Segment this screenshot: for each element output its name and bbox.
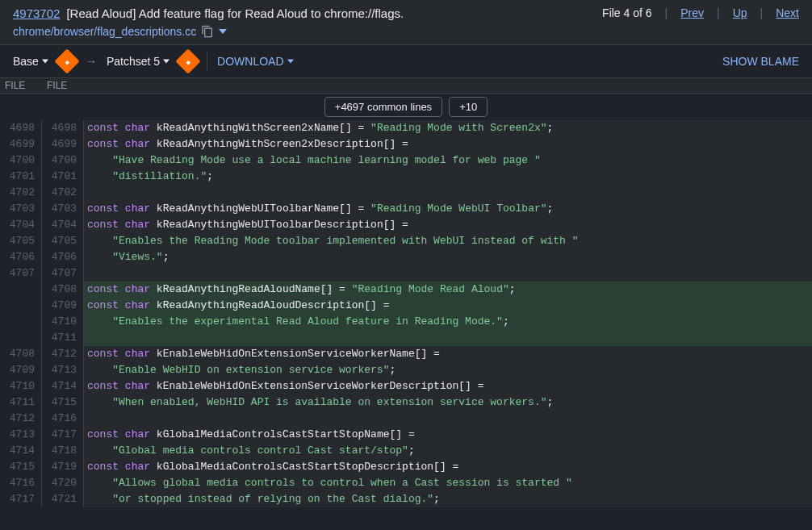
line-number-left bbox=[0, 282, 42, 298]
header-left: 4973702 [Read Aloud] Add feature flag fo… bbox=[13, 6, 602, 38]
code-line[interactable]: 46984698const char kReadAnythingWithScre… bbox=[0, 120, 812, 136]
code-line[interactable]: 47144718 "Global media controls control … bbox=[0, 443, 812, 459]
code-content: const char kReadAnythingReadAloudDescrip… bbox=[84, 298, 812, 314]
code-line[interactable]: 47064706 "Views."; bbox=[0, 249, 812, 265]
diff-toolbar: Base ⬥ → Patchset 5 ⬥ DOWNLOAD SHOW BLAM… bbox=[0, 45, 812, 78]
line-number-left: 4705 bbox=[0, 233, 42, 249]
line-number-left: 4706 bbox=[0, 249, 42, 265]
line-number-left: 4716 bbox=[0, 475, 42, 491]
file-path: chrome/browser/flag_descriptions.cc bbox=[13, 25, 196, 38]
file-column-headers: FILE FILE bbox=[0, 78, 812, 94]
code-line[interactable]: 46994699const char kReadAnythingWithScre… bbox=[0, 136, 812, 152]
file-dropdown-icon[interactable] bbox=[219, 27, 227, 35]
code-content: const char kReadAnythingWebUIToolbarName… bbox=[84, 201, 812, 217]
code-line[interactable]: 47074707 bbox=[0, 265, 812, 282]
change-id-link[interactable]: 4973702 bbox=[13, 6, 60, 20]
base-selector[interactable]: Base bbox=[13, 55, 48, 68]
line-number-right: 4721 bbox=[42, 491, 84, 507]
code-line[interactable]: 47044704const char kReadAnythingWebUIToo… bbox=[0, 217, 812, 233]
code-line[interactable]: 47054705 "Enables the Reading Mode toolb… bbox=[0, 233, 812, 249]
context-expand-bar: +4697 common lines +10 bbox=[0, 94, 812, 120]
code-line[interactable]: 4709const char kReadAnythingReadAloudDes… bbox=[0, 298, 812, 314]
code-line[interactable]: 47094713 "Enable WebHID on extension ser… bbox=[0, 362, 812, 378]
line-number-left: 4712 bbox=[0, 411, 42, 427]
change-title: [Read Aloud] Add feature flag for Read A… bbox=[66, 6, 404, 20]
line-number-left: 4708 bbox=[0, 346, 42, 362]
base-diamond-icon[interactable]: ⬥ bbox=[54, 48, 79, 73]
code-content: "Enables the experimental Read Aloud fea… bbox=[84, 314, 812, 330]
code-content: "Enables the Reading Mode toolbar implem… bbox=[84, 233, 812, 249]
chevron-down-icon bbox=[287, 58, 294, 65]
code-content: "Global media controls control Cast star… bbox=[84, 443, 812, 459]
code-line[interactable]: 47024702 bbox=[0, 185, 812, 201]
expand-10-button[interactable]: +10 bbox=[449, 97, 488, 117]
code-content: const char kGlobalMediaControlsCastStart… bbox=[84, 459, 812, 475]
line-number-left: 4714 bbox=[0, 443, 42, 459]
toolbar-left: Base ⬥ → Patchset 5 ⬥ DOWNLOAD bbox=[13, 52, 294, 71]
code-line[interactable]: 47134717const char kGlobalMediaControlsC… bbox=[0, 427, 812, 443]
line-number-right: 4704 bbox=[42, 217, 84, 233]
code-line[interactable]: 47124716 bbox=[0, 411, 812, 427]
code-line[interactable]: 47164720 "Allows global media controls t… bbox=[0, 475, 812, 491]
code-line[interactable]: 47084712const char kEnableWebHidOnExtens… bbox=[0, 346, 812, 362]
code-content bbox=[84, 265, 812, 282]
line-number-right: 4702 bbox=[42, 185, 84, 201]
line-number-right: 4706 bbox=[42, 249, 84, 265]
code-content: "When enabled, WebHID API is available o… bbox=[84, 394, 812, 411]
line-number-right: 4718 bbox=[42, 443, 84, 459]
expand-common-button[interactable]: +4697 common lines bbox=[324, 97, 442, 117]
line-number-right: 4712 bbox=[42, 346, 84, 362]
code-line[interactable]: 47114715 "When enabled, WebHID API is av… bbox=[0, 394, 812, 411]
arrow-icon: → bbox=[86, 55, 97, 68]
copy-icon[interactable] bbox=[201, 25, 214, 38]
line-number-left: 4713 bbox=[0, 427, 42, 443]
code-line[interactable]: 47014701 "distillation."; bbox=[0, 169, 812, 185]
show-blame-button[interactable]: SHOW BLAME bbox=[722, 55, 799, 68]
file-path-row: chrome/browser/flag_descriptions.cc bbox=[13, 25, 602, 38]
file-count: File 4 of 6 bbox=[602, 6, 651, 19]
code-line[interactable]: 47104714const char kEnableWebHidOnExtens… bbox=[0, 378, 812, 394]
line-number-right: 4708 bbox=[42, 282, 84, 298]
line-number-left: 4700 bbox=[0, 152, 42, 169]
download-button[interactable]: DOWNLOAD bbox=[217, 55, 293, 68]
line-number-left: 4702 bbox=[0, 185, 42, 201]
patchset-selector[interactable]: Patchset 5 bbox=[107, 55, 170, 68]
code-line[interactable]: 47154719const char kGlobalMediaControlsC… bbox=[0, 459, 812, 475]
patchset-diamond-icon[interactable]: ⬥ bbox=[176, 48, 201, 73]
line-number-left: 4698 bbox=[0, 120, 42, 136]
base-label-text: Base bbox=[13, 55, 39, 68]
prev-link[interactable]: Prev bbox=[680, 6, 704, 19]
line-number-right: 4699 bbox=[42, 136, 84, 152]
code-content bbox=[84, 411, 812, 427]
line-number-left: 4707 bbox=[0, 265, 42, 282]
line-number-left: 4701 bbox=[0, 169, 42, 185]
line-number-right: 4711 bbox=[42, 330, 84, 346]
code-line[interactable]: 4708const char kReadAnythingReadAloudNam… bbox=[0, 282, 812, 298]
code-line[interactable]: 47034703const char kReadAnythingWebUIToo… bbox=[0, 201, 812, 217]
diff-code-area: 46984698const char kReadAnythingWithScre… bbox=[0, 120, 812, 507]
up-link[interactable]: Up bbox=[733, 6, 747, 19]
divider bbox=[207, 52, 207, 71]
line-number-left bbox=[0, 314, 42, 330]
next-link[interactable]: Next bbox=[776, 6, 799, 19]
code-line[interactable]: 4710 "Enables the experimental Read Alou… bbox=[0, 314, 812, 330]
code-line[interactable]: 47004700 "Have Reading Mode use a local … bbox=[0, 152, 812, 169]
code-content: "Views."; bbox=[84, 249, 812, 265]
code-content bbox=[84, 330, 812, 346]
code-content: "Enable WebHID on extension service work… bbox=[84, 362, 812, 378]
code-line[interactable]: 47174721 "or stopped instead of relying … bbox=[0, 491, 812, 507]
code-content: const char kReadAnythingWithScreen2xName… bbox=[84, 120, 812, 136]
title-row: 4973702 [Read Aloud] Add feature flag fo… bbox=[13, 6, 602, 20]
code-line[interactable]: 4711 bbox=[0, 330, 812, 346]
line-number-left: 4710 bbox=[0, 378, 42, 394]
line-number-left: 4711 bbox=[0, 394, 42, 411]
code-content: const char kEnableWebHidOnExtensionServi… bbox=[84, 346, 812, 362]
line-number-right: 4714 bbox=[42, 378, 84, 394]
download-label: DOWNLOAD bbox=[217, 55, 283, 68]
page-header: 4973702 [Read Aloud] Add feature flag fo… bbox=[0, 0, 812, 45]
line-number-right: 4698 bbox=[42, 120, 84, 136]
line-number-left bbox=[0, 298, 42, 314]
nav-sep: | bbox=[760, 6, 764, 19]
patchset-label-text: Patchset 5 bbox=[107, 55, 160, 68]
line-number-right: 4701 bbox=[42, 169, 84, 185]
